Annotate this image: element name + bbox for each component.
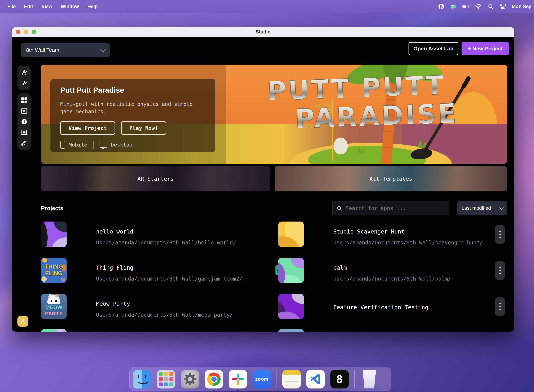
eighth-wall-dock-icon[interactable]: 8 bbox=[330, 370, 349, 388]
menu-file[interactable]: File bbox=[7, 4, 16, 9]
wifi-icon[interactable] bbox=[475, 3, 482, 10]
window-titlebar[interactable]: Studio bbox=[12, 27, 514, 37]
project-row-partial[interactable] bbox=[278, 329, 507, 331]
play-now-button[interactable]: Play Now! bbox=[121, 121, 166, 135]
wrench-icon[interactable] bbox=[20, 79, 28, 87]
projects-heading: Projects bbox=[41, 205, 63, 211]
thumbnail-title-line1: THING bbox=[41, 264, 67, 269]
rocket-launch-icon[interactable] bbox=[20, 139, 28, 147]
dock-separator bbox=[354, 370, 354, 388]
project-menu-button[interactable] bbox=[495, 225, 505, 244]
minimize-window-button[interactable] bbox=[24, 30, 28, 34]
ar-starters-banner[interactable]: AR Starters bbox=[41, 166, 270, 191]
new-project-button[interactable]: + New Project bbox=[462, 42, 509, 55]
team-selector-label: 8th Wall Team bbox=[26, 47, 59, 53]
dock: zoom 8 bbox=[129, 367, 391, 391]
trash-dock-icon[interactable] bbox=[360, 370, 378, 388]
hero-title: Putt Putt Paradise bbox=[60, 86, 205, 94]
running-indicator bbox=[237, 390, 239, 392]
zoom-label: zoom bbox=[255, 377, 268, 382]
project-name: Meow Party bbox=[96, 300, 130, 307]
team-selector-dropdown[interactable]: 8th Wall Team bbox=[21, 43, 110, 57]
changelog-icon[interactable] bbox=[20, 129, 28, 136]
project-name: hello-world bbox=[96, 228, 133, 235]
menu-status-area: Mon Sep bbox=[438, 3, 534, 10]
globe-app-icon[interactable] bbox=[438, 3, 445, 10]
project-thumbnail[interactable] bbox=[278, 329, 304, 331]
slack-dock-icon[interactable] bbox=[229, 370, 247, 388]
control-center-icon[interactable] bbox=[500, 3, 506, 10]
window-title: Studio bbox=[256, 29, 270, 35]
project-name: palm bbox=[333, 264, 347, 271]
play-video-icon[interactable] bbox=[20, 107, 28, 115]
spotlight-search-icon[interactable] bbox=[487, 3, 494, 10]
project-thumbnail[interactable] bbox=[278, 258, 304, 283]
hero-art-title-line2: PARADISE bbox=[294, 98, 458, 135]
info-icon[interactable] bbox=[20, 118, 28, 126]
hand-raise-icon[interactable] bbox=[20, 69, 28, 76]
close-window-button[interactable] bbox=[16, 30, 20, 34]
platform-mobile-label: Mobile bbox=[69, 142, 87, 148]
launchpad-dock-icon[interactable] bbox=[157, 370, 175, 388]
platform-divider bbox=[93, 141, 94, 149]
zoom-dock-icon[interactable]: zoom bbox=[253, 370, 271, 388]
cat-illustration bbox=[47, 295, 60, 304]
project-path: Users/amanda/Documents/8th Wall/gamejam-… bbox=[96, 275, 242, 282]
project-name: Feature Verification Testing bbox=[333, 304, 428, 311]
chrome-dock-icon[interactable] bbox=[205, 370, 223, 388]
thumbnail-title-line1: MEOW bbox=[41, 305, 67, 310]
project-thumbnail[interactable] bbox=[278, 294, 304, 319]
project-path: Users/amanda/Documents/8th Wall/meow-par… bbox=[96, 312, 233, 318]
all-templates-label: All Templates bbox=[369, 176, 412, 182]
project-name: Thing Fling bbox=[96, 264, 133, 271]
notes-dock-icon[interactable] bbox=[282, 370, 301, 388]
project-thumbnail[interactable]: THING FLING bbox=[41, 258, 67, 283]
project-row-hello-world[interactable]: hello-world Users/amanda/Documents/8th W… bbox=[41, 222, 270, 247]
all-templates-banner[interactable]: All Templates bbox=[274, 166, 507, 191]
mobile-phone-icon bbox=[60, 141, 65, 149]
menu-window[interactable]: Window bbox=[61, 4, 79, 9]
menu-view[interactable]: View bbox=[42, 4, 52, 9]
view-project-button[interactable]: View Project bbox=[60, 121, 115, 135]
project-thumbnail[interactable] bbox=[278, 222, 304, 247]
project-row-thing-fling[interactable]: THING FLING Thing Fling Users/amanda/Doc… bbox=[41, 258, 270, 283]
menu-bar: File Edit View Window Help bbox=[0, 0, 534, 13]
project-thumbnail[interactable]: MEOW PARTY bbox=[41, 294, 67, 319]
hero-banner[interactable]: PUTT PUTT PARADISE Putt Putt Paradise Mi… bbox=[41, 65, 507, 164]
eighth-wall-label: 8 bbox=[336, 373, 343, 386]
open-asset-lab-button[interactable]: Open Asset Lab bbox=[409, 42, 458, 55]
project-thumbnail[interactable] bbox=[41, 329, 67, 331]
project-thumbnail[interactable] bbox=[41, 222, 67, 247]
project-menu-button[interactable] bbox=[495, 297, 505, 316]
system-settings-dock-icon[interactable] bbox=[181, 370, 199, 388]
project-row-palm[interactable]: palm Users/amanda/Documents/8th Wall/pal… bbox=[278, 258, 507, 283]
sort-dropdown[interactable]: Last modified bbox=[457, 201, 507, 215]
project-name: Studio Scavenger Hunt bbox=[333, 228, 405, 235]
zoom-window-button[interactable] bbox=[32, 30, 36, 34]
menu-edit[interactable]: Edit bbox=[24, 4, 33, 9]
project-row-partial[interactable] bbox=[41, 329, 270, 331]
battery-icon[interactable] bbox=[463, 3, 469, 10]
desktop: File Edit View Window Help bbox=[0, 0, 534, 392]
platform-row: Mobile Desktop bbox=[60, 141, 132, 149]
user-avatar[interactable]: A bbox=[17, 316, 28, 327]
project-path: Users/amanda/Documents/8th Wall/hello-wo… bbox=[96, 239, 236, 246]
menu-clock[interactable]: Mon Sep bbox=[512, 4, 532, 9]
platform-desktop-label: Desktop bbox=[111, 142, 132, 148]
project-row-scavenger-hunt[interactable]: Studio Scavenger Hunt Users/amanda/Docum… bbox=[278, 222, 507, 247]
menu-help[interactable]: Help bbox=[87, 4, 98, 9]
headset-status-icon[interactable] bbox=[450, 3, 457, 10]
vscode-dock-icon[interactable] bbox=[306, 370, 325, 388]
finder-dock-icon[interactable] bbox=[133, 370, 151, 388]
project-row-meow-party[interactable]: MEOW PARTY Meow Party Users/amanda/Docum… bbox=[41, 294, 270, 319]
search-box[interactable] bbox=[332, 201, 449, 215]
ar-starters-label: AR Starters bbox=[137, 176, 174, 182]
running-indicator bbox=[339, 390, 340, 392]
studio-window: Studio 8th Wall Team Open Asset Lab + Ne… bbox=[12, 27, 514, 331]
grid-apps-icon[interactable] bbox=[20, 96, 28, 104]
project-path: Users/amanda/Documents/8th Wall/palm/ bbox=[333, 275, 451, 282]
sort-label: Last modified bbox=[462, 205, 491, 211]
search-input[interactable] bbox=[345, 205, 445, 211]
project-row-feature-verification[interactable]: Feature Verification Testing bbox=[278, 294, 507, 319]
project-menu-button[interactable] bbox=[495, 261, 505, 280]
